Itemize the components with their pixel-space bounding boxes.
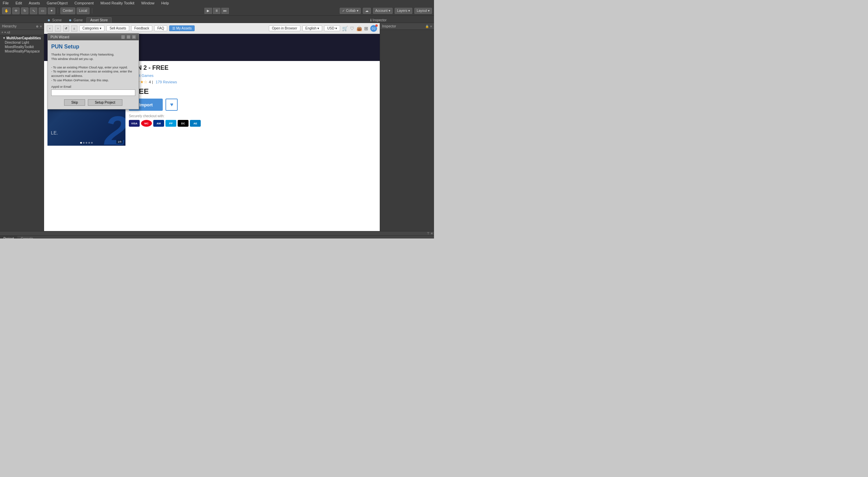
cloud-btn[interactable]: ☁ [363,8,371,14]
tab-asset-store[interactable]: Asset Store [86,17,112,23]
pun-setup-title: PUN Setup [51,44,135,50]
modal-body: PUN Setup Thanks for importing Photon Un… [48,40,139,109]
account-dropdown[interactable]: Account ▾ [373,8,393,14]
hierarchy-item-directional-light[interactable]: Directional Light [0,40,44,45]
language-chevron: ▾ [317,26,319,30]
grid-icon[interactable]: ⊞ [364,26,368,31]
menu-mixed-reality[interactable]: Mixed Reality Toolkit [99,1,136,5]
tool-transform[interactable]: ✦ [48,7,55,14]
nav-home-btn[interactable]: ⌂ [71,25,77,32]
payment-icons-row: VISA MC AM PP DC AE [129,120,376,127]
menu-file[interactable]: File [1,1,10,5]
wishlist-heart-icon[interactable]: ♡ [350,26,354,31]
tool-move[interactable]: ✛ [12,7,20,14]
project-panel-resize[interactable]: ⊤ [427,232,430,235]
feedback-btn[interactable]: Feedback [131,25,152,31]
shopping-bag-icon[interactable]: 👜 [356,26,362,31]
collab-label: Collab [346,9,355,13]
hierarchy-menu-icon[interactable]: ≡ [40,25,42,28]
modal-minimize-btn[interactable]: _ [121,35,125,39]
hierarchy-item-mrplayspace[interactable]: MixedRealityPlayspace [0,49,44,54]
categories-chevron: ▾ [100,26,101,30]
hierarchy-item-label: MultiUserCapabilities [6,36,41,40]
toolbar-separator-1 [58,8,58,14]
tab-scene[interactable]: Scene [44,17,65,23]
hierarchy-item-label-mrtk: MixedRealityToolkit [5,45,34,49]
inspector-lock-icon[interactable]: 🔒 [425,25,429,28]
hierarchy-item-multiuser[interactable]: ▼ MultiUserCapabilities [0,36,44,40]
currency-btn[interactable]: USD ▾ [324,25,340,31]
setup-project-button[interactable]: Setup Project [88,99,122,106]
tool-scale[interactable]: ⤡ [30,7,37,14]
nav-refresh-btn[interactable]: ↺ [63,25,69,32]
menu-gameobject[interactable]: GameObject [45,1,69,5]
tab-console[interactable]: Console [17,236,37,239]
review-count[interactable]: 179 Reviews [156,80,177,84]
hierarchy-add-btn[interactable]: + [1,30,3,34]
menu-window[interactable]: Window [140,1,156,5]
sell-assets-btn[interactable]: Sell Assets [106,25,129,31]
inspector-tab-label[interactable]: Inspector [373,18,387,22]
layout-label: Layout [417,9,427,13]
menu-assets[interactable]: Assets [27,1,41,5]
diners-icon: DC [178,120,189,127]
nav-forward-btn[interactable]: › [55,25,61,32]
tab-game[interactable]: Game [65,17,86,23]
language-btn[interactable]: English ▾ [302,25,322,31]
discover-icon: AE [190,120,201,127]
pivot-local-btn[interactable]: Local [77,7,90,14]
faq-btn[interactable]: FAQ [154,25,167,31]
menu-edit[interactable]: Edit [14,1,23,5]
asset-store-toolbar: ‹ › ↺ ⌂ Categories ▾ Sell Assets Feedbac… [44,23,380,34]
notification-badge [375,24,378,27]
tool-hand[interactable]: ✋ [2,7,11,14]
collab-dropdown[interactable]: ✓ Collab ▾ [340,8,360,14]
nav-back-btn[interactable]: ‹ [47,25,53,32]
asset-store-area: ‹ › ↺ ⌂ Categories ▾ Sell Assets Feedbac… [44,23,380,231]
tool-rect[interactable]: ▭ [39,7,46,14]
hierarchy-expand-icon: ⊕ [36,25,39,28]
inspector-menu-icon[interactable]: ≡ [430,25,432,28]
cart-icon[interactable]: 🛒 [342,26,348,31]
pause-button[interactable]: ⏸ [213,8,220,14]
hierarchy-filter-bar: + ▾ All [0,30,44,35]
toolbar: ✋ ✛ ↻ ⤡ ▭ ✦ Center Local ▶ ⏸ ⏭ ✓ Collab … [0,6,434,16]
currency-chevron: ▾ [335,26,337,30]
mc-icon: MC [141,120,152,127]
product-publisher-row: Exit Games [129,74,376,78]
layout-chevron: ▾ [428,9,430,13]
my-assets-btn[interactable]: ☰ My Assets [169,25,195,31]
tool-rotate[interactable]: ↻ [21,7,28,14]
language-label: English [305,26,317,30]
project-panel: ⊤ ≡ Project Console + ▾ 🔍 ◈ ★ 15 [0,231,434,239]
dot-3 [86,142,87,144]
skip-button[interactable]: Skip [64,99,85,106]
hierarchy-item-label-dl: Directional Light [5,41,29,44]
categories-btn[interactable]: Categories ▾ [79,25,104,31]
hierarchy-item-mrtk[interactable]: MixedRealityToolkit [0,45,44,49]
appid-input[interactable] [51,89,135,96]
menu-component[interactable]: Component [73,1,95,5]
open-in-browser-btn[interactable]: Open in Browser [269,25,300,31]
modal-controls: _ □ × [121,35,136,39]
play-button[interactable]: ▶ [204,8,212,14]
modal-close-btn[interactable]: × [132,35,136,39]
layers-label: Layers [397,9,407,13]
wishlist-button[interactable]: ♥ [165,99,178,111]
project-panel-menu[interactable]: ≡ [431,232,433,235]
inspector-content [380,30,434,231]
bottom-layout: ⊤ ≡ Project Console + ▾ 🔍 ◈ ★ 15 [0,231,434,239]
user-avatar[interactable]: D2 [370,25,377,32]
menu-help[interactable]: Help [160,1,171,5]
tab-project[interactable]: Project [0,236,17,239]
toolbar-right: ✓ Collab ▾ ☁ Account ▾ Layers ▾ Layout ▾ [340,8,432,14]
hierarchy-content: ▼ MultiUserCapabilities Directional Ligh… [0,35,44,231]
layers-dropdown[interactable]: Layers ▾ [395,8,412,14]
pivot-center-btn[interactable]: Center [60,7,75,14]
rating-row: ★★★★☆ 4 | 179 Reviews [129,80,376,84]
carousel-dots [80,142,93,144]
modal-maximize-btn[interactable]: □ [126,35,131,39]
step-button[interactable]: ⏭ [221,8,229,14]
dot-1 [80,142,82,144]
layout-dropdown[interactable]: Layout ▾ [414,8,432,14]
